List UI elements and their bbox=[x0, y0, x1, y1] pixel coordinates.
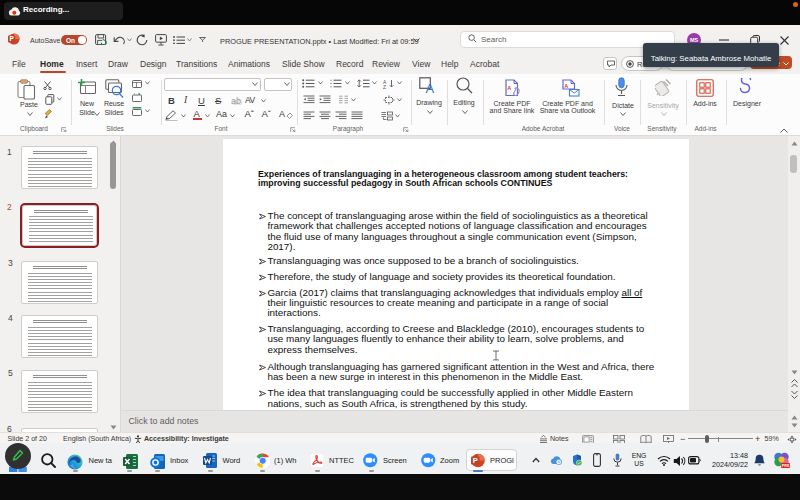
svg-text:A: A bbox=[564, 82, 568, 88]
svg-text:Z: Z bbox=[383, 84, 386, 89]
svg-text:A: A bbox=[426, 81, 435, 94]
svg-text:PRE: PRE bbox=[781, 464, 789, 468]
svg-text:A: A bbox=[507, 84, 511, 90]
svg-text:P: P bbox=[10, 35, 15, 42]
svg-text:P: P bbox=[472, 455, 477, 464]
